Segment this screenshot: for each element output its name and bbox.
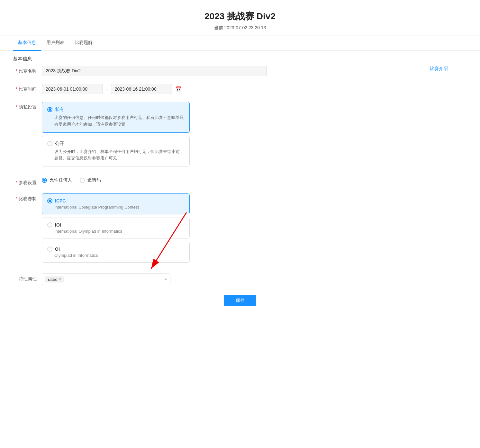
participation-options: 允许任何人 邀请码 xyxy=(42,177,267,183)
calendar-icon[interactable]: 📅 xyxy=(175,86,182,92)
participation-choices: 允许任何人 邀请码 xyxy=(42,177,267,183)
format-ioi-desc: International Olympiad in Informatics xyxy=(47,229,184,234)
radio-anyone-circle xyxy=(42,178,47,183)
participation-row: 参赛设置 允许任何人 邀请码 xyxy=(13,177,467,186)
radio-ioi-circle xyxy=(47,222,52,228)
tags-row: 特性属性 rated × ▾ xyxy=(13,273,467,285)
tags-content: rated × ▾ xyxy=(42,273,267,285)
date-range: - 📅 xyxy=(42,84,267,94)
format-row: 比赛赛制 ICPC International Collegiate Progr… xyxy=(13,193,467,266)
format-label: 比赛赛制 xyxy=(13,193,42,202)
participation-label: 参赛设置 xyxy=(13,177,42,186)
contest-name-input[interactable] xyxy=(42,66,267,76)
participation-option-invite[interactable]: 邀请码 xyxy=(80,177,101,183)
privacy-public-desc: 设为公开时，比赛介绍、榜单全程任何用户均可见，但比赛未结束前，题目、提交信息仅对… xyxy=(47,148,184,162)
radio-invite-circle xyxy=(80,178,85,183)
section-title: 基本信息 xyxy=(0,51,480,66)
format-icpc-desc: International Collegiate Programming Con… xyxy=(47,205,184,210)
contest-name-row: 比赛名称 比赛介绍 xyxy=(13,66,467,76)
radio-public-circle xyxy=(47,141,52,146)
tab-solutions[interactable]: 比赛题解 xyxy=(69,35,98,51)
tab-basic-info[interactable]: 基本信息 xyxy=(13,35,41,51)
format-option-ioi[interactable]: IOI International Olympiad in Informatic… xyxy=(42,218,190,238)
tags-label: 特性属性 xyxy=(13,273,42,282)
save-button[interactable]: 保存 xyxy=(224,295,256,306)
save-row: 保存 xyxy=(13,295,467,306)
format-oi-desc: Olympiad in Informatics xyxy=(47,253,184,258)
basic-info-form: 比赛名称 比赛介绍 比赛时间 - 📅 隐私设置 私有 xyxy=(0,66,480,329)
tags-dropdown-icon[interactable]: ▾ xyxy=(165,277,167,282)
end-time-input[interactable] xyxy=(111,84,172,94)
privacy-label: 隐私设置 xyxy=(13,102,42,110)
format-ioi-title: IOI xyxy=(47,222,184,228)
privacy-option-private[interactable]: 私有 比赛的任何信息、任何时候都仅对参赛用户可见。私有比赛不意味着只有受邀用户才… xyxy=(42,102,190,133)
tab-user-list[interactable]: 用户列表 xyxy=(41,35,69,51)
privacy-row: 隐私设置 私有 比赛的任何信息、任何时候都仅对参赛用户可见。私有比赛不意味着只有… xyxy=(13,102,467,170)
privacy-private-title: 私有 xyxy=(47,107,184,112)
radio-private-circle xyxy=(47,107,52,112)
participation-option-anyone[interactable]: 允许任何人 xyxy=(42,177,72,183)
radio-oi-circle xyxy=(47,246,52,252)
date-separator: - xyxy=(106,86,108,92)
contest-time-content: - 📅 xyxy=(42,84,267,94)
tag-rated-close[interactable]: × xyxy=(59,277,61,282)
privacy-options: 私有 比赛的任何信息、任何时候都仅对参赛用户可见。私有比赛不意味着只有受邀用户才… xyxy=(42,102,267,170)
format-oi-title: OI xyxy=(47,246,184,252)
current-time: 当前 2023-07-02 23:20:13 xyxy=(0,25,480,31)
format-option-icpc[interactable]: ICPC International Collegiate Programmin… xyxy=(42,193,190,214)
page-title: 2023 挑战赛 Div2 xyxy=(0,10,480,22)
format-icpc-title: ICPC xyxy=(47,198,184,203)
contest-intro-link[interactable]: 比赛介绍 xyxy=(430,66,448,72)
tags-input[interactable]: rated × ▾ xyxy=(42,273,170,285)
contest-name-label: 比赛名称 xyxy=(13,66,42,74)
format-option-oi[interactable]: OI Olympiad in Informatics xyxy=(42,242,190,263)
contest-time-row: 比赛时间 - 📅 xyxy=(13,84,467,94)
contest-time-label: 比赛时间 xyxy=(13,84,42,92)
start-time-input[interactable] xyxy=(42,84,103,94)
contest-name-content xyxy=(42,66,267,76)
format-options: ICPC International Collegiate Programmin… xyxy=(42,193,190,266)
tab-nav: 基本信息 用户列表 比赛题解 xyxy=(0,35,480,51)
privacy-private-desc: 比赛的任何信息、任何时候都仅对参赛用户可见。私有比赛不意味着只有受邀用户才能参加… xyxy=(47,114,184,128)
radio-icpc-circle xyxy=(47,198,52,203)
tag-rated: rated × xyxy=(45,276,64,282)
privacy-option-public[interactable]: 公开 设为公开时，比赛介绍、榜单全程任何用户均可见，但比赛未结束前，题目、提交信… xyxy=(42,136,190,167)
privacy-public-title: 公开 xyxy=(47,141,184,147)
